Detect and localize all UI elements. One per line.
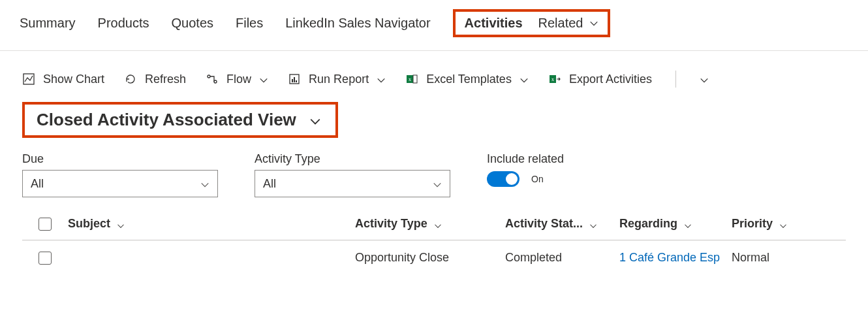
excel-templates-label: Excel Templates	[426, 73, 512, 86]
select-all-checkbox[interactable]	[39, 218, 52, 231]
chevron-down-icon	[309, 116, 318, 125]
column-regarding-label: Regarding	[619, 217, 677, 231]
include-related-label: Include related	[487, 152, 564, 166]
svg-rect-5	[294, 77, 295, 82]
report-icon	[288, 73, 301, 86]
excel-export-icon: x	[548, 73, 561, 86]
run-report-label: Run Report	[309, 73, 369, 86]
show-chart-label: Show Chart	[43, 73, 104, 86]
cell-regarding-link[interactable]: 1 Café Grande Esp	[619, 251, 720, 265]
include-related-toggle[interactable]	[487, 171, 519, 187]
chevron-down-icon	[589, 220, 598, 229]
view-title: Closed Activity Associated View	[37, 110, 296, 130]
tab-linkedin[interactable]: LinkedIn Sales Navigator	[285, 16, 430, 31]
chevron-down-icon	[200, 179, 209, 188]
chevron-down-icon	[259, 74, 268, 84]
column-activity-type-label: Activity Type	[355, 217, 427, 231]
refresh-label: Refresh	[145, 73, 186, 86]
flow-label: Flow	[226, 73, 251, 86]
svg-rect-9	[413, 75, 417, 83]
column-activity-type[interactable]: Activity Type	[355, 217, 505, 231]
tab-summary[interactable]: Summary	[20, 16, 76, 31]
svg-text:x: x	[551, 76, 554, 82]
activity-type-combobox[interactable]: All	[255, 170, 450, 197]
show-chart-button[interactable]: Show Chart	[22, 73, 104, 86]
filter-activity-type: Activity Type All	[255, 152, 450, 197]
tab-activities[interactable]: Activities	[465, 16, 523, 31]
column-priority-label: Priority	[732, 217, 773, 231]
chart-icon	[22, 73, 35, 86]
svg-rect-6	[296, 80, 297, 82]
tab-related[interactable]: Related	[538, 16, 599, 31]
excel-templates-button[interactable]: x Excel Templates	[405, 73, 529, 86]
refresh-button[interactable]: Refresh	[124, 73, 186, 86]
cell-activity-type: Opportunity Close	[355, 251, 449, 265]
include-related-state: On	[531, 174, 544, 184]
column-subject[interactable]: Subject	[68, 217, 355, 231]
column-regarding[interactable]: Regarding	[619, 217, 732, 231]
activity-type-value: All	[263, 177, 276, 191]
chevron-down-icon	[700, 74, 709, 84]
due-label: Due	[22, 152, 218, 166]
tab-files[interactable]: Files	[236, 16, 263, 31]
flow-icon	[206, 73, 219, 86]
chevron-down-icon	[377, 74, 386, 84]
filter-row: Due All Activity Type All Include relate…	[0, 146, 868, 213]
tab-quotes[interactable]: Quotes	[172, 16, 213, 31]
view-selector[interactable]: Closed Activity Associated View	[22, 102, 338, 138]
overflow-button[interactable]	[700, 74, 709, 84]
cell-priority: Normal	[732, 251, 769, 265]
tab-related-label: Related	[538, 16, 583, 31]
toolbar-divider	[675, 71, 676, 88]
column-subject-label: Subject	[68, 217, 110, 231]
flow-button[interactable]: Flow	[206, 73, 268, 86]
command-bar: Show Chart Refresh Flow Run Report x Exc…	[0, 51, 868, 98]
chevron-down-icon	[684, 220, 693, 229]
tab-products[interactable]: Products	[98, 16, 149, 31]
export-activities-label: Export Activities	[569, 73, 652, 86]
chevron-down-icon	[433, 179, 442, 188]
chevron-down-icon	[434, 220, 443, 229]
excel-icon: x	[405, 73, 418, 86]
svg-rect-4	[292, 79, 293, 82]
cell-activity-status: Completed	[505, 251, 562, 265]
svg-point-1	[208, 75, 210, 78]
chevron-down-icon	[779, 220, 788, 229]
grid-header: Subject Activity Type Activity Stat... R…	[22, 213, 846, 240]
activities-related-group: Activities Related	[453, 9, 611, 37]
export-activities-button[interactable]: x Export Activities	[548, 73, 652, 86]
column-activity-status[interactable]: Activity Stat...	[505, 217, 619, 231]
refresh-icon	[124, 73, 137, 86]
filter-due: Due All	[22, 152, 218, 197]
view-title-region: Closed Activity Associated View	[0, 98, 868, 146]
column-priority[interactable]: Priority	[732, 217, 846, 231]
activity-type-label: Activity Type	[255, 152, 450, 166]
column-activity-status-label: Activity Stat...	[505, 217, 583, 231]
chevron-down-icon	[519, 74, 529, 84]
filter-include-related: Include related On	[487, 152, 564, 187]
record-tabbar: Summary Products Quotes Files LinkedIn S…	[0, 0, 868, 51]
chevron-down-icon	[117, 220, 126, 229]
table-row[interactable]: Opportunity Close Completed 1 Café Grand…	[22, 240, 846, 267]
row-checkbox[interactable]	[39, 252, 52, 265]
due-value: All	[31, 177, 44, 191]
activities-grid: Subject Activity Type Activity Stat... R…	[0, 213, 868, 267]
run-report-button[interactable]: Run Report	[288, 73, 386, 86]
svg-text:x: x	[409, 76, 411, 82]
chevron-down-icon	[589, 19, 598, 28]
due-combobox[interactable]: All	[22, 170, 218, 197]
